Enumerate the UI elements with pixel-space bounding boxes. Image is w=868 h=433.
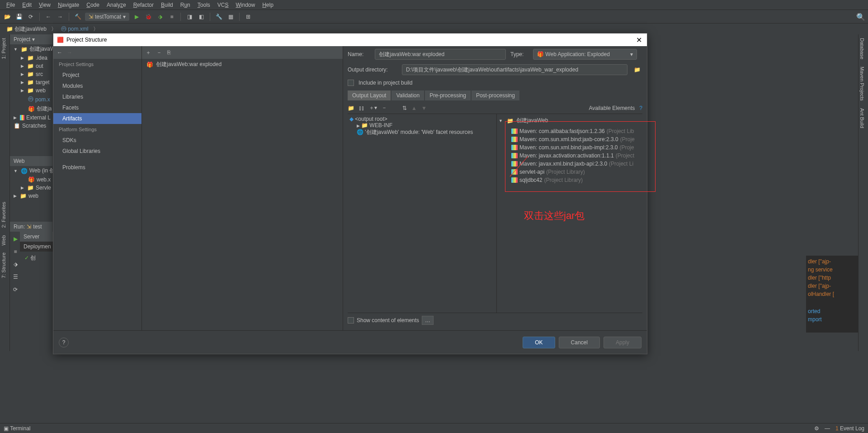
tab-database[interactable]: Database: [859, 34, 866, 63]
run-config-selector[interactable]: ⇲ testTomcat ▾: [85, 13, 129, 21]
menu-build[interactable]: Build: [157, 2, 177, 8]
tool-icon[interactable]: ☰: [11, 272, 20, 281]
name-input[interactable]: [375, 49, 506, 60]
show-content-checkbox[interactable]: [348, 317, 354, 324]
apply-button[interactable]: Apply: [604, 337, 642, 348]
event-log[interactable]: 1 Event Log: [835, 425, 864, 432]
menu-analyze[interactable]: Analyze: [103, 2, 130, 8]
tab-favorites[interactable]: 2: Favorites: [0, 198, 7, 231]
library-item[interactable]: Maven: com.sun.xml.bind:jaxb-impl:2.3.0 …: [499, 143, 641, 152]
project-panel-header[interactable]: Project ▾: [10, 34, 52, 44]
minimize-icon[interactable]: —: [825, 425, 830, 432]
wrench-icon[interactable]: 🔧: [214, 12, 223, 21]
tab-validation[interactable]: Validation: [392, 90, 424, 100]
tree-web-root[interactable]: 🌐 Web (in 创: [10, 166, 52, 176]
webinf-folder[interactable]: 📁 WEB-INF: [349, 122, 495, 128]
ellipsis-button[interactable]: …: [422, 316, 434, 325]
tree-item[interactable]: ⓜ pom.x: [10, 95, 52, 104]
library-item[interactable]: Maven: com.alibaba:fastjson:1.2.36 (Proj…: [499, 127, 641, 135]
tree-item[interactable]: 📁 .idea: [10, 54, 52, 62]
library-item[interactable]: sqljdbc42 (Project Library): [499, 176, 641, 184]
stop-icon[interactable]: ■: [11, 247, 20, 256]
remove-icon[interactable]: －: [382, 104, 387, 112]
tab-project[interactable]: 1: Project: [0, 34, 7, 62]
menu-run[interactable]: Run: [177, 2, 194, 8]
rerun-icon[interactable]: ▶: [11, 234, 20, 243]
build-icon[interactable]: 🔨: [73, 12, 82, 21]
tree-scratches[interactable]: 📋 Scratches: [10, 122, 52, 130]
output-root[interactable]: ◆ <output root>: [349, 116, 495, 122]
tab-structure[interactable]: 7: Structure: [0, 249, 7, 282]
coverage-icon[interactable]: ⬗: [156, 12, 165, 21]
tab-postprocessing[interactable]: Post-processing: [472, 90, 519, 100]
menu-view[interactable]: View: [35, 2, 54, 8]
ok-button[interactable]: OK: [523, 337, 555, 348]
tree-item[interactable]: 📁 web: [10, 192, 52, 200]
tree-item[interactable]: 📁 out: [10, 62, 52, 70]
facet-resource[interactable]: 🌐 '创建javaWeb' module: 'Web' facet resour…: [349, 128, 495, 136]
crumb-file[interactable]: ⓜ pom.xml: [58, 24, 91, 34]
tree-item[interactable]: 🎁 创建ja: [10, 104, 52, 114]
menu-navigate[interactable]: Navigate: [54, 2, 83, 8]
tool1-icon[interactable]: ◨: [185, 12, 194, 21]
tree-external[interactable]: External L: [10, 114, 52, 122]
back-icon[interactable]: ←: [57, 49, 62, 56]
tree-item[interactable]: 📁 web: [10, 86, 52, 95]
tab-output-layout[interactable]: Output Layout: [348, 90, 391, 100]
artifact-item[interactable]: 🎁 创建javaWeb:war exploded: [142, 59, 343, 70]
sidebar-item-artifacts[interactable]: Artifacts: [53, 113, 142, 124]
menu-vcs[interactable]: VCS: [214, 2, 232, 8]
add-copy-icon[interactable]: ＋▾: [369, 104, 377, 112]
sidebar-item-facets[interactable]: Facets: [53, 102, 142, 113]
search-icon[interactable]: 🔍: [856, 13, 865, 21]
copy-icon[interactable]: ⎘: [167, 49, 170, 56]
debug-icon[interactable]: 🐞: [144, 12, 153, 21]
sidebar-item-global-libs[interactable]: Global Libraries: [53, 146, 142, 157]
close-icon[interactable]: ✕: [634, 35, 643, 44]
down-icon[interactable]: ▼: [421, 105, 427, 111]
tool2-icon[interactable]: ◧: [197, 12, 206, 21]
new-folder-icon[interactable]: 📁: [348, 105, 354, 111]
help-icon[interactable]: ?: [639, 105, 642, 111]
run-panel-header[interactable]: Run: ⇲ test: [10, 222, 52, 232]
tab-deployment[interactable]: Deploymen: [20, 242, 55, 252]
tree-item[interactable]: 🎁 web.x: [10, 176, 52, 184]
terminal-tab[interactable]: ▣ Terminal: [4, 425, 30, 432]
up-icon[interactable]: ▲: [411, 105, 417, 111]
cancel-button[interactable]: Cancel: [559, 337, 600, 348]
sidebar-item-problems[interactable]: Problems: [53, 162, 142, 173]
include-checkbox[interactable]: [348, 80, 354, 86]
tree-item[interactable]: 📁 target: [10, 78, 52, 86]
back-icon[interactable]: ←: [44, 12, 53, 21]
menu-edit[interactable]: Edit: [19, 2, 35, 8]
tree-item[interactable]: 📁 Servle: [10, 184, 52, 192]
library-item[interactable]: Maven: com.sun.xml.bind:jaxb-core:2.3.0 …: [499, 135, 641, 143]
remove-icon[interactable]: －: [156, 49, 162, 57]
sidebar-item-libraries[interactable]: Libraries: [53, 91, 142, 102]
menu-refactor[interactable]: Refactor: [130, 2, 157, 8]
tab-maven[interactable]: Maven Projects: [859, 63, 866, 105]
run-icon[interactable]: ▶: [132, 12, 141, 21]
ae-root[interactable]: 📁 创建javaWeb: [499, 116, 641, 125]
forward-icon[interactable]: →: [67, 49, 72, 56]
sidebar-item-project[interactable]: Project: [53, 70, 142, 81]
web-panel-header[interactable]: Web: [10, 156, 52, 166]
tool-icon[interactable]: ⟳: [11, 285, 20, 294]
sort-icon[interactable]: ⇅: [402, 105, 407, 111]
library-item[interactable]: Maven: javax.activation:activation:1.1.1…: [499, 152, 641, 160]
new-archive-icon[interactable]: ⫿⫿: [359, 105, 364, 111]
stop-icon[interactable]: ■: [167, 12, 176, 21]
tab-server[interactable]: Server: [20, 232, 43, 242]
tab-web[interactable]: Web: [0, 232, 7, 249]
forward-icon[interactable]: →: [56, 12, 65, 21]
type-select[interactable]: 🎁 Web Application: Exploded ▾: [533, 49, 637, 60]
tool-icon[interactable]: ⬗: [11, 260, 20, 269]
library-item[interactable]: Maven: javax.xml.bind:jaxb-api:2.3.0 (Pr…: [499, 160, 641, 168]
tree-item[interactable]: 📁 src: [10, 70, 52, 78]
tree-root[interactable]: 📁 创建javaW: [10, 44, 52, 54]
menu-code[interactable]: Code: [83, 2, 103, 8]
save-icon[interactable]: 💾: [14, 12, 24, 21]
tab-ant[interactable]: Ant Build: [859, 105, 866, 132]
sidebar-item-sdks[interactable]: SDKs: [53, 135, 142, 146]
refresh-icon[interactable]: ⟳: [26, 12, 35, 21]
